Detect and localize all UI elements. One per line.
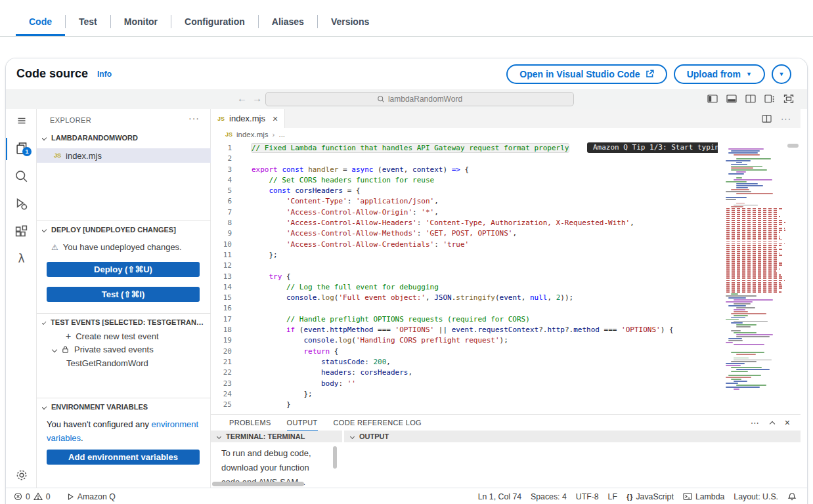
code-line-25[interactable]: }: [252, 400, 718, 410]
search-sidebar-icon[interactable]: [6, 169, 37, 183]
minimap[interactable]: [722, 141, 785, 414]
upload-from-button[interactable]: Upload from ▼: [674, 64, 765, 84]
nav-back-icon[interactable]: ←: [237, 93, 247, 104]
console-tab-code[interactable]: Code: [16, 9, 65, 37]
create-test-event[interactable]: + Create new test event: [66, 331, 159, 341]
close-tab-icon[interactable]: ×: [273, 114, 278, 124]
amazon-q-status[interactable]: Amazon Q: [66, 492, 116, 501]
status-item-layout-u-s[interactable]: Layout: U.S.: [734, 492, 778, 501]
more-actions-button[interactable]: ▼: [772, 64, 791, 84]
settings-gear-icon[interactable]: [6, 469, 37, 482]
minimap-line: [736, 336, 770, 337]
code-line-10[interactable]: 'Access-Control-Allow-Credentials': 'tru…: [252, 240, 718, 250]
command-search-input[interactable]: lambdaRandomWord: [265, 92, 574, 106]
code-line-21[interactable]: statusCode: 200,: [252, 357, 718, 368]
test-events-section-header[interactable]: TEST EVENTS [SELECTED: TESTGETRANDOMWORD…: [42, 318, 204, 326]
panel-close-icon[interactable]: ×: [785, 417, 790, 428]
code-line-20[interactable]: return {: [252, 346, 718, 357]
run-debug-icon[interactable]: [6, 197, 37, 211]
code-line-18[interactable]: if (event.httpMethod === 'OPTIONS' || ev…: [252, 325, 718, 335]
code-line-15[interactable]: console.log('Full event object:', JSON.s…: [252, 293, 718, 303]
split-editor-icon[interactable]: [745, 94, 756, 104]
status-item-javascript[interactable]: { }JavaScript: [626, 492, 674, 501]
code-line-11[interactable]: };: [252, 250, 718, 261]
code-line-14[interactable]: // Log the full event for debugging: [252, 282, 718, 293]
aws-lambda-icon[interactable]: λ: [6, 252, 37, 265]
status-item-utf-8[interactable]: UTF-8: [576, 492, 599, 501]
console-tab-bar: CodeTestMonitorConfigurationAliasesVersi…: [0, 9, 813, 37]
code-line-22[interactable]: headers: corsHeaders,: [252, 368, 718, 378]
code-line-19[interactable]: console.log('Handling CORS preflight req…: [252, 335, 718, 346]
console-tab-aliases[interactable]: Aliases: [259, 9, 317, 37]
deploy-button[interactable]: Deploy (⇧⌘U): [47, 262, 200, 277]
editor-scrollbar[interactable]: [787, 141, 801, 414]
status-item-lambda[interactable]: Lambda: [683, 492, 724, 501]
console-tab-monitor[interactable]: Monitor: [111, 9, 171, 37]
code-line-5[interactable]: const corsHeaders = {: [252, 186, 718, 196]
code-line-8[interactable]: 'Access-Control-Allow-Headers': 'Content…: [252, 218, 718, 228]
extensions-icon[interactable]: [6, 225, 37, 239]
add-env-vars-button[interactable]: Add environment variables: [47, 450, 200, 465]
workspace-root-folder[interactable]: LAMBDARANDOMWORD: [42, 134, 204, 142]
code-line-3[interactable]: export const handler = async (event, con…: [252, 165, 718, 175]
status-item-ln-1-col-74[interactable]: Ln 1, Col 74: [478, 492, 521, 501]
chevron-down-icon: [350, 434, 355, 438]
code-line-13[interactable]: try {: [252, 272, 718, 282]
test-event-item[interactable]: TestGetRandomWord: [66, 358, 148, 368]
code-line-4[interactable]: // Set CORS headers function for reuse: [252, 175, 718, 186]
terminal-header[interactable]: TERMINAL: TERMINAL: [211, 430, 342, 442]
code-line-7[interactable]: 'Access-Control-Allow-Origin': '*',: [252, 207, 718, 218]
code-line-2[interactable]: [252, 154, 718, 164]
split-editor-icon[interactable]: [762, 114, 772, 123]
console-tab-configuration[interactable]: Configuration: [171, 9, 258, 37]
toggle-left-sidebar-icon[interactable]: [707, 94, 718, 104]
terminal-output[interactable]: To run and debug code,download your func…: [211, 442, 342, 488]
code-line-9[interactable]: 'Access-Control-Allow-Methods': 'GET, PO…: [252, 228, 718, 239]
code-editor[interactable]: 1234567891011121314151617181920212223242…: [211, 141, 801, 414]
scrollbar-thumb[interactable]: [787, 144, 799, 148]
code-viewport[interactable]: // Fixed Lambda function that handles AP…: [241, 141, 718, 414]
panel-tab-code-reference-log[interactable]: CODE REFERENCE LOG: [334, 415, 422, 430]
status-item-spaces-4[interactable]: Spaces: 4: [531, 492, 567, 501]
code-line-6[interactable]: 'Content-Type': 'application/json',: [252, 196, 718, 207]
panel-tab-problems[interactable]: PROBLEMS: [229, 415, 271, 430]
info-link[interactable]: Info: [97, 70, 112, 79]
menu-icon[interactable]: [6, 116, 37, 126]
minimap-line: [731, 313, 766, 314]
env-vars-section-header[interactable]: ENVIRONMENT VARIABLES: [42, 403, 204, 411]
minimap-line: [726, 319, 739, 320]
explorer-more-icon[interactable]: ···: [188, 113, 200, 123]
minimap-line: [734, 179, 772, 180]
minimap-line: [726, 208, 784, 209]
code-line-23[interactable]: body: '': [252, 379, 718, 389]
toggle-panel-icon[interactable]: [726, 94, 737, 104]
status-item-lf[interactable]: LF: [608, 492, 617, 501]
problems-indicator[interactable]: 0 0: [14, 492, 51, 501]
explorer-icon[interactable]: [6, 141, 37, 156]
code-line-24[interactable]: };: [252, 389, 718, 400]
customize-layout-icon[interactable]: [764, 94, 775, 104]
fullscreen-icon[interactable]: [783, 94, 794, 104]
editor-tab-index-mjs[interactable]: JS index.mjs ×: [211, 109, 285, 128]
panel-maximize-icon[interactable]: [770, 421, 775, 426]
console-tab-test[interactable]: Test: [66, 9, 110, 37]
panel-tab-output[interactable]: OUTPUT: [287, 415, 318, 430]
code-line-17[interactable]: // Handle preflight OPTIONS requests (re…: [252, 314, 718, 325]
editor-more-icon[interactable]: ···: [781, 114, 791, 123]
output-header[interactable]: OUTPUT: [344, 430, 801, 442]
deploy-section-header[interactable]: DEPLOY [UNDEPLOYED CHANGES]: [42, 226, 204, 234]
terminal-vertical-scrollbar[interactable]: [333, 446, 337, 469]
file-index-mjs[interactable]: JS index.mjs: [37, 148, 211, 163]
status-item-bell[interactable]: [787, 492, 797, 501]
test-button[interactable]: Test (⇧⌘I): [47, 287, 200, 302]
panel-more-icon[interactable]: ⋯: [751, 418, 760, 428]
nav-forward-icon[interactable]: →: [252, 93, 262, 104]
minimap-line: [726, 251, 778, 252]
private-saved-events[interactable]: Private saved events: [53, 345, 154, 354]
terminal-horizontal-scrollbar[interactable]: [212, 482, 304, 486]
console-tab-versions[interactable]: Versions: [318, 9, 382, 37]
breadcrumb[interactable]: JS index.mjs › ...: [211, 128, 801, 141]
open-in-vscode-button[interactable]: Open in Visual Studio Code: [506, 64, 667, 84]
code-line-16[interactable]: [252, 303, 718, 314]
code-line-12[interactable]: [252, 261, 718, 271]
